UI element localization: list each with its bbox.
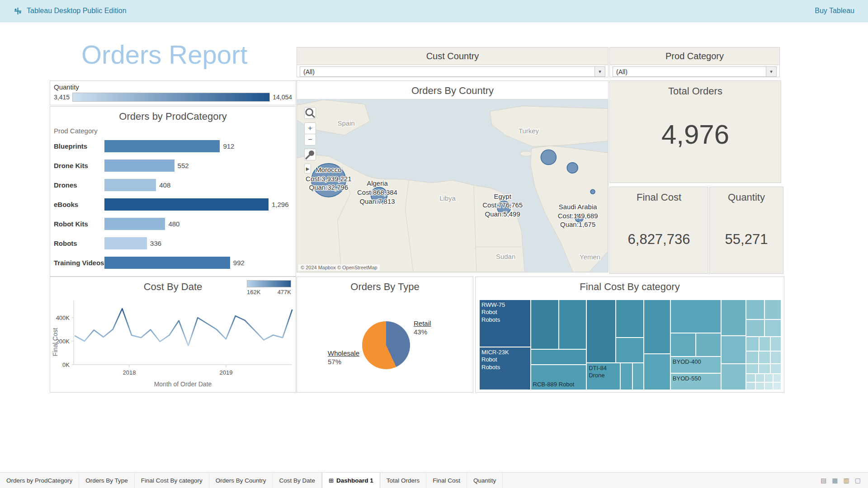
treemap-cell-unlabeled[interactable]: [746, 382, 755, 390]
bar-row: Drones408: [50, 175, 296, 195]
line-mark[interactable]: [75, 309, 292, 346]
sheet-tab-total-orders[interactable]: Total Orders: [380, 473, 427, 488]
treemap-cell-unlabeled[interactable]: [759, 364, 770, 374]
prod-category-dropdown[interactable]: (All) ▾: [613, 66, 777, 77]
sheet-tab-quantity[interactable]: Quantity: [467, 473, 503, 488]
sheet-tab-orders-by-country[interactable]: Orders By Country: [209, 473, 273, 488]
bar-track: 336: [104, 234, 296, 253]
map-expand-button[interactable]: ▶: [304, 164, 311, 174]
bar-mark[interactable]: [104, 218, 165, 230]
legend-gradient-bar[interactable]: [72, 93, 270, 102]
line-chart-svg[interactable]: 0K200K400K20182019Final CostMonth of Ord…: [50, 297, 296, 392]
bar-mark[interactable]: [104, 257, 230, 269]
chevron-down-icon[interactable]: ▾: [594, 67, 605, 76]
final-cost-title: Final Cost: [610, 187, 708, 203]
country-bubble-mark[interactable]: [590, 189, 595, 194]
treemap-cell-unlabeled[interactable]: [531, 349, 587, 365]
bar-mark[interactable]: [104, 237, 147, 249]
sheet-tab-dashboard-1[interactable]: ⊞Dashboard 1: [322, 473, 380, 488]
bar-mark[interactable]: [104, 160, 175, 172]
treemap-cell[interactable]: MICR-23K Robot Robots: [479, 347, 531, 390]
treemap-cell-unlabeled[interactable]: [632, 363, 644, 390]
treemap-cell-unlabeled[interactable]: [755, 382, 764, 390]
treemap-cell-unlabeled[interactable]: [531, 300, 559, 349]
map-zoom-in-button[interactable]: +: [304, 122, 316, 134]
treemap-cell[interactable]: RCB-889 Robot: [531, 365, 587, 390]
treemap-cell-unlabeled[interactable]: [616, 338, 644, 363]
bar-value-label: 912: [223, 142, 234, 150]
treemap-cell-unlabeled[interactable]: [770, 364, 781, 374]
top-bar: Tableau Desktop Public Edition Buy Table…: [0, 0, 868, 22]
treemap-cell-unlabeled[interactable]: [770, 351, 781, 364]
treemap-cell-unlabeled[interactable]: [746, 319, 764, 337]
bar-mark[interactable]: [104, 140, 220, 152]
pie-mark[interactable]: [362, 321, 410, 369]
treemap-cell-unlabeled[interactable]: [773, 382, 781, 390]
bar-chart-title: Orders by ProdCategory: [50, 107, 296, 122]
prod-category-dropdown-value: (All): [616, 68, 627, 75]
bar-track: 552: [104, 156, 296, 175]
sheet-tab-orders-by-prodcategory[interactable]: Orders by ProdCategory: [0, 473, 79, 488]
treemap-cell-unlabeled[interactable]: [644, 300, 670, 354]
treemap-cell-unlabeled[interactable]: [559, 300, 586, 349]
country-bubble-mark[interactable]: [541, 150, 556, 164]
map-pin-button[interactable]: [304, 149, 316, 160]
bar-mark[interactable]: [104, 179, 156, 191]
treemap-cell-unlabeled[interactable]: [746, 351, 759, 364]
x-axis-title: Month of Order Date: [154, 380, 212, 388]
sheet-tab-orders-by-type[interactable]: Orders By Type: [79, 473, 135, 488]
treemap-cell-unlabeled[interactable]: [746, 300, 764, 319]
treemap-cell-unlabeled[interactable]: [764, 300, 781, 319]
sheet-tab-bar: Orders by ProdCategoryOrders By TypeFina…: [0, 472, 868, 488]
treemap-cell-unlabeled[interactable]: [721, 300, 746, 336]
treemap-cell-unlabeled[interactable]: [721, 364, 746, 390]
bubble-data-label: Saudi Arabia: [559, 203, 598, 211]
treemap-cell-unlabeled[interactable]: [770, 337, 781, 351]
sheet-tab-cost-by-date[interactable]: Cost By Date: [273, 473, 322, 488]
x-tick-label: 2018: [123, 369, 136, 376]
treemap-cell[interactable]: BYOD-550: [670, 373, 721, 390]
treemap-cell-unlabeled[interactable]: [670, 300, 721, 333]
treemap-cell-unlabeled[interactable]: [773, 374, 781, 382]
quantity-color-legend: Quantity 3,415 14,054: [50, 80, 296, 105]
sheet-tab-final-cost[interactable]: Final Cost: [426, 473, 467, 488]
sheet-sorter-icon[interactable]: ▥: [844, 477, 849, 484]
bar-track: 1,296: [104, 195, 296, 214]
country-bubble-mark[interactable]: [567, 163, 578, 173]
map-search-button[interactable]: [304, 107, 316, 119]
line-color-legend[interactable]: 162K 477K: [247, 280, 291, 296]
retail-label: Retail: [414, 319, 431, 327]
treemap-cell-unlabeled[interactable]: [721, 336, 746, 364]
buy-tableau-link[interactable]: Buy Tableau: [815, 7, 854, 15]
treemap-cell-unlabeled[interactable]: [764, 374, 773, 382]
treemap-cell-unlabeled[interactable]: [746, 337, 759, 351]
treemap-cell-unlabeled[interactable]: [696, 333, 721, 357]
treemap-cell-unlabeled[interactable]: [746, 364, 759, 374]
treemap-cell-unlabeled[interactable]: [746, 374, 755, 382]
treemap-cell-unlabeled[interactable]: [620, 363, 632, 390]
treemap-cell-unlabeled[interactable]: [586, 300, 616, 363]
map-zoom-out-button[interactable]: −: [304, 134, 316, 145]
chevron-down-icon[interactable]: ▾: [766, 67, 776, 76]
bubble-data-label: Morocco: [316, 166, 341, 174]
treemap-cell-unlabeled[interactable]: [616, 300, 644, 338]
treemap-cell-unlabeled[interactable]: [764, 319, 781, 337]
cust-country-dropdown[interactable]: (All) ▾: [300, 66, 605, 77]
bar-mark[interactable]: [104, 198, 269, 211]
grid-view-icon[interactable]: ▦: [832, 477, 838, 484]
treemap-cell-unlabeled[interactable]: [759, 337, 770, 351]
treemap-cell-unlabeled[interactable]: [755, 374, 764, 382]
bubble-data-label: Quan:32,796: [309, 184, 348, 191]
treemap-cell[interactable]: RWW-75 Robot Robots: [479, 300, 531, 347]
map-area[interactable]: SpainTurkeyLibyaSudanYemenMoroccoCost:3,…: [297, 99, 608, 272]
treemap-cell-unlabeled[interactable]: [644, 354, 670, 390]
treemap-cell-unlabeled[interactable]: [670, 333, 696, 357]
sheet-tab-final-cost-by-category[interactable]: Final Cost By category: [135, 473, 209, 488]
treemap-cell-unlabeled[interactable]: [764, 382, 773, 390]
filmstrip-icon[interactable]: ▤: [821, 477, 826, 484]
treemap-cell-unlabeled[interactable]: [759, 351, 770, 364]
treemap-cell[interactable]: DTI-84 Drone: [586, 363, 620, 390]
pin-icon: [305, 149, 316, 160]
presentation-mode-icon[interactable]: ▢: [855, 477, 861, 484]
treemap-cell[interactable]: BYOD-400: [670, 357, 721, 373]
